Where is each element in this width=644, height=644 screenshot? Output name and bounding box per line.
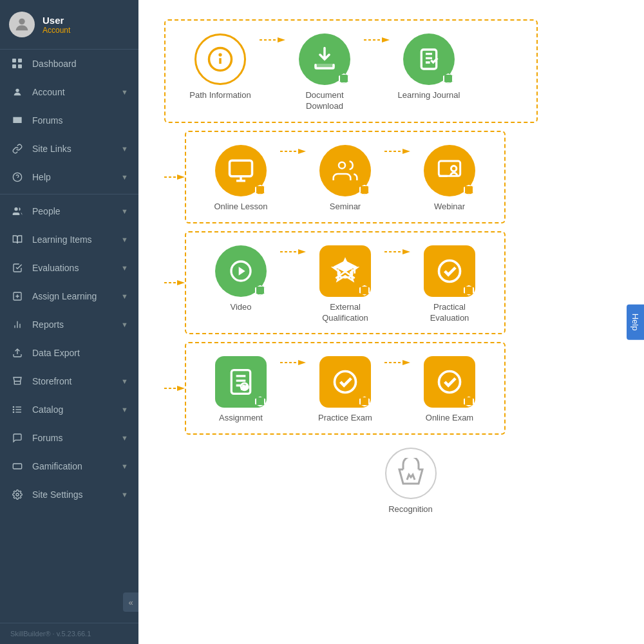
- store-icon: [10, 374, 24, 388]
- external-qual-icon: [319, 245, 371, 297]
- online-exam-label: Online Exam: [426, 413, 473, 424]
- svg-rect-3: [12, 64, 16, 68]
- practical-eval-label: PracticalEvaluation: [430, 302, 469, 324]
- site-settings-arrow: ▼: [121, 491, 128, 498]
- svg-rect-4: [18, 64, 22, 68]
- learning-items-arrow: ▼: [121, 236, 128, 243]
- svg-point-17: [13, 406, 14, 407]
- sidebar-item-people[interactable]: People ▼: [0, 197, 138, 225]
- sidebar-item-assign-learning[interactable]: Assign Learning ▼: [0, 282, 138, 310]
- node-practice-exam: Practice Exam: [310, 356, 381, 424]
- seminar-label: Seminar: [330, 202, 361, 213]
- sidebar-item-forums1[interactable]: Forums: [0, 106, 138, 135]
- node-seminar: Seminar: [310, 145, 381, 213]
- svg-point-52: [439, 260, 460, 281]
- sidebar: User Account Dashboard Account ▼ Forums …: [0, 0, 138, 644]
- sidebar-item-evaluations[interactable]: Evaluations ▼: [0, 254, 138, 282]
- sidebar-item-forums2[interactable]: Forums ▼: [0, 424, 138, 452]
- path-info-icon: [194, 33, 246, 85]
- storefront-arrow: ▼: [121, 377, 128, 385]
- svg-point-18: [13, 409, 14, 410]
- video-icon: [215, 245, 267, 297]
- chat-icon: [10, 113, 24, 128]
- flow-row-2-wrap: Online Lesson Seminar: [164, 131, 618, 223]
- sitelinks-label: Site Links: [32, 144, 121, 154]
- svg-point-21: [16, 493, 19, 496]
- assign-icon: [10, 289, 24, 303]
- sidebar-item-catalog[interactable]: Catalog ▼: [0, 395, 138, 424]
- practice-exam-label: Practice Exam: [318, 413, 372, 424]
- sidebar-item-dashboard[interactable]: Dashboard: [0, 50, 138, 78]
- sidebar-item-gamification[interactable]: Gamification ▼: [0, 452, 138, 480]
- learning-items-label: Learning Items: [32, 234, 121, 245]
- gear-icon: [10, 488, 24, 502]
- flow-row-2: Online Lesson Seminar: [185, 131, 506, 223]
- check-square-icon: [10, 261, 24, 275]
- sidebar-item-help[interactable]: Help ▼: [0, 163, 138, 191]
- online-lesson-label: Online Lesson: [214, 202, 267, 213]
- site-settings-label: Site Settings: [32, 489, 121, 500]
- online-lesson-icon: [215, 145, 267, 196]
- webinar-icon: [424, 145, 475, 196]
- grid-icon: [10, 57, 24, 71]
- svg-marker-59: [298, 360, 306, 365]
- node-assignment: A+ Assignment: [205, 356, 276, 424]
- sidebar-item-account[interactable]: Account ▼: [0, 78, 138, 106]
- svg-rect-1: [12, 59, 16, 62]
- sidebar-collapse-button[interactable]: «: [123, 592, 138, 612]
- sidebar-item-data-export[interactable]: Data Export: [0, 339, 138, 367]
- help-tab-button[interactable]: Help: [627, 305, 644, 340]
- forums2-label: Forums: [32, 433, 121, 443]
- node-path-information: Path Information: [185, 33, 256, 101]
- path-info-label: Path Information: [189, 90, 251, 101]
- svg-marker-26: [278, 37, 285, 43]
- evaluations-label: Evaluations: [32, 263, 121, 273]
- assign-learning-label: Assign Learning: [32, 291, 121, 301]
- learning-journal-label: Learning Journal: [398, 90, 460, 101]
- sidebar-item-site-settings[interactable]: Site Settings ▼: [0, 480, 138, 509]
- svg-marker-51: [402, 249, 410, 254]
- svg-point-63: [439, 372, 460, 393]
- online-exam-icon: [424, 356, 475, 408]
- node-online-exam: Online Exam: [414, 356, 485, 424]
- svg-marker-45: [177, 280, 185, 285]
- svg-point-60: [335, 372, 356, 393]
- forums2-arrow: ▼: [121, 434, 128, 442]
- question-icon: [10, 170, 24, 184]
- people-label: People: [32, 206, 121, 216]
- gamification-arrow: ▼: [121, 462, 128, 470]
- seminar-icon: [319, 145, 371, 196]
- flow-diagram: Path Information DocumentDownload: [151, 13, 631, 528]
- svg-rect-27: [314, 64, 335, 70]
- chat2-icon: [10, 431, 24, 445]
- data-export-label: Data Export: [32, 348, 128, 358]
- video-label: Video: [230, 302, 251, 313]
- sitelinks-arrow: ▼: [121, 145, 128, 153]
- svg-point-38: [339, 162, 345, 168]
- storefront-label: Storefront: [32, 376, 121, 386]
- sidebar-item-learning-items[interactable]: Learning Items ▼: [0, 225, 138, 254]
- svg-marker-29: [382, 37, 390, 43]
- sidebar-item-reports[interactable]: Reports ▼: [0, 310, 138, 339]
- svg-marker-48: [298, 249, 306, 254]
- svg-point-0: [19, 19, 24, 24]
- reports-label: Reports: [32, 319, 121, 330]
- svg-point-42: [451, 166, 457, 171]
- svg-rect-33: [230, 160, 252, 176]
- svg-marker-37: [298, 149, 306, 154]
- sidebar-item-sitelinks[interactable]: Site Links ▼: [0, 135, 138, 163]
- svg-point-8: [14, 207, 17, 211]
- webinar-label: Webinar: [434, 202, 465, 213]
- sidebar-item-storefront[interactable]: Storefront ▼: [0, 367, 138, 395]
- svg-point-19: [13, 412, 14, 412]
- recognition-label: Recognition: [388, 504, 433, 515]
- link-icon: [10, 142, 24, 156]
- svg-rect-2: [18, 59, 22, 62]
- node-online-lesson: Online Lesson: [205, 145, 276, 213]
- svg-point-5: [15, 89, 19, 92]
- svg-marker-40: [402, 149, 410, 154]
- learning-journal-icon: [403, 33, 455, 85]
- assignment-icon: A+: [215, 356, 267, 408]
- forums1-label: Forums: [32, 115, 128, 126]
- external-qual-label: ExternalQualification: [322, 302, 368, 324]
